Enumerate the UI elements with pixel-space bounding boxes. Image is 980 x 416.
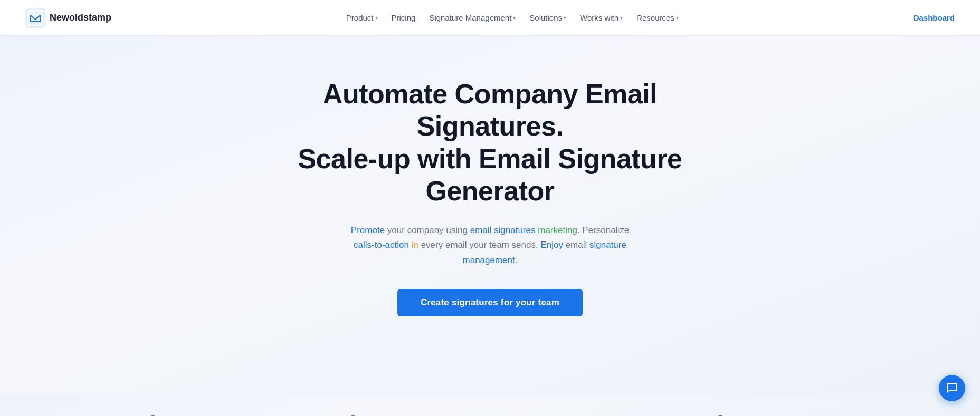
nav-works-with[interactable]: Works with ▾	[575, 10, 628, 25]
brand-name: Newoldstamp	[50, 12, 111, 23]
signature-management-chevron-icon: ▾	[513, 15, 516, 21]
product-chevron-icon: ▾	[375, 15, 378, 21]
nav-resources[interactable]: Resources ▾	[631, 10, 684, 25]
hero-subtitle: Promote your company using email signatu…	[342, 223, 638, 267]
main-navigation: Newoldstamp Product ▾ Pricing Signature …	[0, 0, 980, 36]
works-with-chevron-icon: ▾	[620, 15, 623, 21]
nav-product[interactable]: Product ▾	[341, 10, 383, 25]
chat-bubble-icon	[946, 382, 958, 394]
hero-title: Automate Company Email Signatures. Scale…	[263, 78, 717, 207]
nav-signature-management[interactable]: Signature Management ▾	[424, 10, 521, 25]
resources-chevron-icon: ▾	[676, 15, 679, 21]
chat-widget-button[interactable]	[939, 375, 965, 401]
nav-links-list: Product ▾ Pricing Signature Management ▾…	[341, 10, 684, 25]
nav-pricing[interactable]: Pricing	[386, 10, 421, 25]
features-bar: Company signatures central management In…	[0, 394, 980, 416]
dashboard-link[interactable]: Dashboard	[914, 13, 955, 22]
nav-solutions[interactable]: Solutions ▾	[524, 10, 572, 25]
hero-section: Automate Company Email Signatures. Scale…	[0, 36, 980, 394]
solutions-chevron-icon: ▾	[564, 15, 566, 21]
create-signatures-button[interactable]: Create signatures for your team	[397, 289, 583, 316]
logo-link[interactable]: Newoldstamp	[25, 8, 111, 28]
newoldstamp-logo-icon	[25, 8, 45, 28]
